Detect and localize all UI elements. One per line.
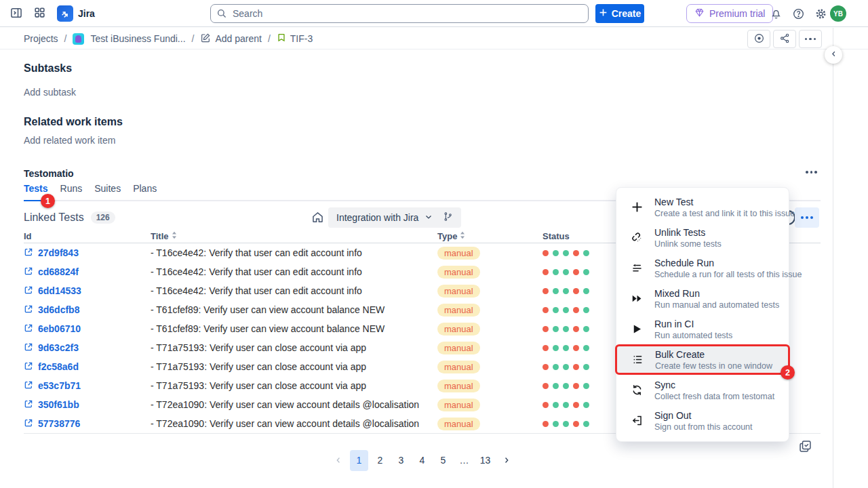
breadcrumb-separator: /: [192, 33, 195, 44]
gem-icon: [694, 7, 705, 20]
menu-item-subtitle: Run manual and automated tests: [654, 300, 779, 310]
test-id-link[interactable]: 57738776: [38, 418, 80, 429]
watch-button[interactable]: [747, 30, 770, 48]
test-id-link[interactable]: cd68824f: [38, 266, 79, 277]
test-id-link[interactable]: e53c7b71: [38, 380, 81, 391]
annotation-step-1: 1: [41, 194, 55, 208]
sidebar-expand-icon: [9, 6, 23, 22]
unlink-icon: [629, 231, 645, 244]
external-link-icon[interactable]: [24, 418, 33, 430]
external-link-icon[interactable]: [24, 247, 33, 259]
pagination-page-2[interactable]: 2: [371, 450, 389, 471]
pagination-page-5[interactable]: 5: [434, 450, 452, 471]
ellipsis-icon: [801, 216, 804, 219]
test-id-link[interactable]: 3d6dcfb8: [38, 304, 79, 315]
pagination-page-4[interactable]: 4: [413, 450, 431, 471]
linked-tests-title: Linked Tests: [24, 211, 84, 224]
panel-divider: [833, 28, 833, 488]
issue-key-label: TIF-3: [290, 33, 313, 44]
breadcrumb-project-link[interactable]: Test iBusiness Fundi...: [90, 33, 185, 44]
external-link-icon[interactable]: [24, 342, 33, 354]
column-header-id[interactable]: Id: [24, 231, 151, 241]
pagination-ellipsis: …: [455, 450, 473, 471]
menu-item-title: New Test: [654, 197, 779, 207]
menu-item-sync[interactable]: SyncCollect fresh data from testomat: [616, 375, 789, 405]
test-id-link[interactable]: 9d63c2f3: [38, 342, 79, 353]
help-button[interactable]: [789, 5, 808, 24]
collapse-panel-button[interactable]: [825, 46, 842, 64]
add-subtask-button[interactable]: Add subtask: [24, 87, 76, 98]
testomatio-actions-menu: New TestCreate a test and link it it to …: [616, 187, 789, 442]
share-button[interactable]: [773, 30, 796, 48]
menu-item-unlink-tests[interactable]: Unlink TestsUnlink some tests: [616, 222, 789, 253]
test-id-link[interactable]: 6dd14533: [38, 285, 81, 296]
sync-icon: [629, 384, 645, 396]
search-input[interactable]: [210, 4, 589, 23]
watch-eye-icon: [753, 33, 765, 46]
app-switcher-button[interactable]: [30, 4, 49, 23]
jira-home-logo[interactable]: Jira: [53, 5, 99, 22]
tab-runs[interactable]: Runs: [60, 183, 83, 200]
add-parent-button[interactable]: Add parent: [200, 33, 262, 45]
pagination-prev-button[interactable]: [329, 450, 347, 471]
pagination-next-button[interactable]: [497, 450, 515, 471]
menu-item-new-test[interactable]: New TestCreate a test and link it it to …: [616, 192, 789, 222]
multi-select-tests-button[interactable]: [798, 439, 812, 455]
gear-icon: [814, 7, 827, 22]
test-id-link[interactable]: 350f61bb: [38, 399, 79, 410]
test-title: - T16ce4e42: Verify that user can edit a…: [151, 285, 437, 296]
external-link-icon[interactable]: [24, 380, 33, 392]
menu-item-subtitle: Run automated tests: [654, 331, 732, 340]
tab-suites[interactable]: Suites: [94, 183, 121, 200]
user-avatar[interactable]: YB: [830, 5, 846, 22]
column-header-title[interactable]: Title: [151, 231, 437, 241]
test-type-badge: manual: [437, 323, 480, 336]
external-link-icon[interactable]: [24, 285, 33, 297]
test-id-link[interactable]: 27d9f843: [38, 247, 79, 258]
top-navigation-bar: Jira Create Premium trial YB: [0, 0, 868, 27]
menu-item-run-in-ci[interactable]: Run in CIRun automated tests: [616, 314, 789, 344]
external-link-icon[interactable]: [24, 266, 33, 278]
issue-header-row: Projects / Test iBusiness Fundi... / Add…: [0, 28, 868, 49]
related-work-items-heading: Related work items: [24, 116, 123, 128]
notifications-button[interactable]: [766, 5, 785, 24]
external-link-icon[interactable]: [24, 361, 33, 373]
linked-tests-menu-button[interactable]: [795, 207, 819, 228]
create-button[interactable]: Create: [595, 4, 644, 23]
menu-item-mixed-run[interactable]: Mixed RunRun manual and automated tests: [616, 283, 789, 314]
test-title: - T16ce4e42: Verify that user can edit a…: [151, 247, 437, 258]
testomatio-more-icon[interactable]: [806, 171, 817, 174]
git-branch-icon[interactable]: [443, 211, 453, 224]
menu-item-subtitle: Schedule a run for all tests of this iss…: [654, 270, 779, 279]
pagination-page-13[interactable]: 13: [476, 450, 494, 471]
pagination-page-3[interactable]: 3: [392, 450, 410, 471]
jira-logo-icon: [57, 5, 73, 22]
menu-item-title: Bulk Create: [655, 349, 772, 360]
bell-icon: [770, 7, 783, 22]
test-id-link[interactable]: 6eb06710: [38, 323, 81, 334]
test-type-badge: manual: [437, 266, 480, 279]
menu-item-bulk-create[interactable]: Bulk CreateCreate few tests in one windo…: [615, 344, 790, 375]
menu-item-title: Sign Out: [654, 410, 753, 421]
settings-button[interactable]: [811, 5, 830, 24]
external-link-icon[interactable]: [24, 399, 33, 411]
breadcrumb-issue-key[interactable]: TIF-3: [277, 33, 313, 45]
menu-item-schedule-run[interactable]: Schedule RunSchedule a run for all tests…: [616, 253, 789, 283]
pagination-page-1[interactable]: 1: [350, 450, 368, 471]
home-icon[interactable]: [311, 210, 325, 227]
column-header-type[interactable]: Type: [437, 231, 542, 241]
menu-item-sign-out[interactable]: Sign OutSign out from this account: [616, 405, 789, 436]
sidebar-toggle-button[interactable]: [7, 4, 26, 23]
project-selector-dropdown[interactable]: Integration with Jira: [328, 207, 461, 228]
more-actions-button[interactable]: [799, 30, 822, 48]
breadcrumb-projects-link[interactable]: Projects: [24, 33, 58, 44]
external-link-icon[interactable]: [24, 323, 33, 335]
run-in-ci-icon: [629, 323, 645, 336]
test-title: - T71a75193: Verify user can close accou…: [151, 342, 437, 353]
premium-trial-button[interactable]: Premium trial: [686, 4, 773, 23]
tab-plans[interactable]: Plans: [133, 183, 157, 200]
create-button-label: Create: [612, 8, 642, 19]
test-id-link[interactable]: f2c58a6d: [38, 361, 79, 372]
external-link-icon[interactable]: [24, 304, 33, 316]
add-related-work-item-button[interactable]: Add related work item: [24, 135, 115, 146]
